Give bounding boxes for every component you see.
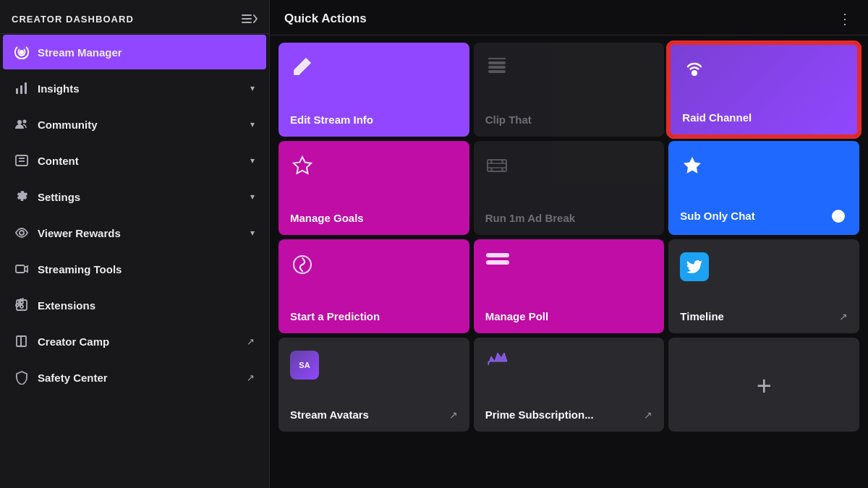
- svg-rect-13: [16, 265, 25, 273]
- timeline-label: Timeline: [680, 310, 724, 323]
- sidebar-item-viewer-rewards[interactable]: Viewer Rewards ▾: [3, 215, 266, 250]
- twitter-logo: [680, 252, 709, 281]
- svg-rect-24: [490, 160, 493, 163]
- sidebar-item-extensions[interactable]: Extensions: [3, 288, 266, 322]
- gear-icon: [14, 189, 29, 204]
- svg-point-12: [20, 231, 24, 235]
- sidebar-item-label: Creator Camp: [38, 335, 238, 348]
- shield-icon: [14, 370, 29, 385]
- eye-icon: [14, 226, 29, 240]
- sidebar-item-insights[interactable]: Insights ▾: [3, 71, 266, 106]
- poll-icon: [485, 252, 653, 267]
- sidebar-collapse-button[interactable]: [242, 13, 258, 25]
- chevron-down-icon: ▾: [250, 155, 255, 166]
- stream-avatars-card[interactable]: SA Stream Avatars ↗: [278, 338, 469, 432]
- sidebar-item-label: Extensions: [38, 299, 255, 312]
- plus-icon: +: [757, 371, 772, 401]
- svg-point-20: [692, 70, 697, 76]
- svg-rect-2: [242, 22, 252, 23]
- sidebar-item-stream-manager[interactable]: Stream Manager: [3, 35, 266, 69]
- signal-icon: [682, 58, 846, 82]
- sidebar-item-streaming-tools[interactable]: Streaming Tools: [3, 252, 266, 286]
- main-header: Quick Actions ⋮: [270, 0, 868, 35]
- clip-that-card[interactable]: Clip That: [474, 43, 665, 137]
- external-link-icon: ↗: [247, 336, 255, 347]
- stream-avatars-label: Stream Avatars: [290, 408, 369, 421]
- quick-actions-grid: Edit Stream Info Clip That: [270, 35, 868, 439]
- svg-rect-4: [16, 88, 18, 94]
- sidebar-item-creator-camp[interactable]: Creator Camp ↗: [3, 324, 266, 359]
- chevron-down-icon: ▾: [250, 119, 255, 129]
- svg-rect-9: [16, 155, 27, 166]
- sidebar-item-community[interactable]: Community ▾: [3, 107, 266, 142]
- external-link-icon: ↗: [839, 311, 848, 322]
- puzzle-icon: [14, 298, 29, 312]
- star-outline-icon: [290, 154, 458, 179]
- svg-rect-5: [20, 85, 22, 94]
- manage-poll-label: Manage Poll: [485, 310, 653, 323]
- sidebar-item-label: Stream Manager: [38, 46, 255, 59]
- sidebar-item-content[interactable]: Content ▾: [3, 143, 266, 178]
- external-link-icon: ↗: [449, 409, 458, 421]
- sidebar-item-label: Insights: [38, 82, 242, 95]
- sa-logo-icon: SA: [290, 351, 458, 380]
- timeline-card[interactable]: Timeline ↗: [668, 239, 859, 333]
- chevron-down-icon: ▾: [250, 228, 255, 238]
- raid-channel-card[interactable]: Raid Channel: [668, 43, 859, 137]
- scissors-icon: [485, 56, 653, 79]
- prime-subscription-bottom: Prime Subscription... ↗: [485, 408, 653, 421]
- sidebar-item-label: Safety Center: [38, 372, 238, 384]
- add-action-card[interactable]: +: [668, 338, 859, 432]
- svg-rect-21: [488, 160, 506, 171]
- edit-stream-info-card[interactable]: Edit Stream Info: [278, 43, 469, 137]
- community-icon: [14, 117, 29, 132]
- svg-point-3: [20, 50, 24, 54]
- svg-rect-16: [488, 61, 506, 64]
- svg-rect-6: [25, 82, 27, 94]
- sidebar-item-label: Community: [38, 119, 242, 131]
- prime-icon: [485, 351, 653, 368]
- twitter-icon: [680, 252, 848, 281]
- edit-stream-info-label: Edit Stream Info: [290, 114, 458, 127]
- prime-subscription-card[interactable]: Prime Subscription... ↗: [474, 338, 665, 432]
- svg-rect-30: [486, 260, 509, 265]
- start-prediction-label: Start a Prediction: [290, 310, 458, 323]
- raid-channel-label: Raid Channel: [682, 111, 846, 124]
- svg-rect-27: [501, 168, 503, 171]
- run-ad-break-label: Run 1m Ad Break: [485, 212, 653, 225]
- sidebar-item-label: Settings: [38, 191, 242, 203]
- star-filled-icon: [680, 154, 848, 179]
- sidebar-title: CREATOR DASHBOARD: [12, 14, 134, 25]
- svg-rect-26: [490, 168, 493, 171]
- manage-goals-card[interactable]: Manage Goals: [278, 141, 469, 235]
- svg-rect-25: [501, 160, 503, 163]
- sub-only-chat-toggle[interactable]: [816, 207, 848, 225]
- sidebar-item-settings[interactable]: Settings ▾: [3, 179, 266, 214]
- prime-subscription-label: Prime Subscription...: [485, 408, 594, 421]
- start-prediction-card[interactable]: Start a Prediction: [278, 239, 469, 333]
- pencil-icon: [290, 56, 458, 79]
- main-content: Quick Actions ⋮ Edit Stream Info Clip Th…: [270, 0, 868, 488]
- sidebar-item-label: Viewer Rewards: [38, 227, 242, 239]
- manage-poll-card[interactable]: Manage Poll: [474, 239, 665, 333]
- svg-rect-29: [486, 253, 509, 257]
- external-link-icon: ↗: [644, 409, 652, 421]
- sidebar: CREATOR DASHBOARD Stream Manager Insight…: [0, 0, 270, 488]
- run-ad-break-card[interactable]: Run 1m Ad Break: [474, 141, 665, 235]
- chevron-down-icon: ▾: [250, 192, 255, 202]
- chevron-down-icon: ▾: [250, 83, 255, 93]
- sa-logo: SA: [290, 351, 319, 380]
- timeline-bottom: Timeline ↗: [680, 310, 848, 323]
- more-options-button[interactable]: ⋮: [838, 10, 854, 27]
- clip-that-label: Clip That: [485, 114, 653, 127]
- sub-only-chat-card[interactable]: Sub Only Chat: [668, 141, 859, 235]
- svg-point-7: [17, 120, 22, 124]
- sub-only-chat-bottom: Sub Only Chat: [680, 207, 848, 225]
- sub-only-chat-label: Sub Only Chat: [680, 210, 754, 223]
- collapse-icon: [242, 13, 258, 25]
- sidebar-item-label: Streaming Tools: [38, 263, 255, 275]
- svg-rect-0: [242, 14, 252, 16]
- sidebar-item-safety-center[interactable]: Safety Center ↗: [3, 360, 266, 395]
- radio-icon: [14, 45, 29, 59]
- book-icon: [14, 334, 29, 348]
